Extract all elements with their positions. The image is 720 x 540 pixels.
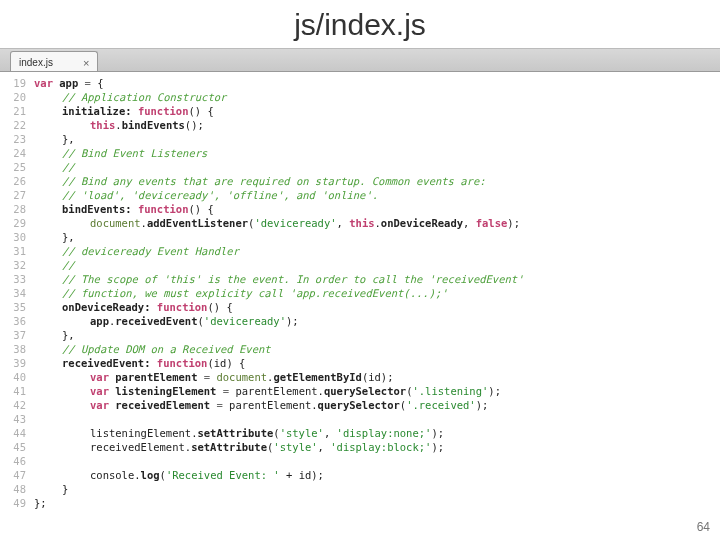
line-number: 46: [0, 454, 26, 468]
line-number: 27: [0, 188, 26, 202]
line-number: 36: [0, 314, 26, 328]
code-line: app.receivedEvent('deviceready');: [34, 314, 720, 328]
code-line: // 'load', 'deviceready', 'offline', and…: [34, 188, 720, 202]
code-line: }: [34, 482, 720, 496]
line-number: 40: [0, 370, 26, 384]
line-number: 31: [0, 244, 26, 258]
line-number: 32: [0, 258, 26, 272]
line-number: 28: [0, 202, 26, 216]
slide-number: 64: [697, 520, 710, 534]
code-line: // deviceready Event Handler: [34, 244, 720, 258]
code-line: listeningElement.setAttribute('style', '…: [34, 426, 720, 440]
code-line: onDeviceReady: function() {: [34, 300, 720, 314]
code-line: };: [34, 496, 720, 510]
code-line: // Bind any events that are required on …: [34, 174, 720, 188]
code-line: initialize: function() {: [34, 104, 720, 118]
tab-label: index.js: [19, 57, 53, 68]
line-number: 21: [0, 104, 26, 118]
line-number: 24: [0, 146, 26, 160]
line-number: 22: [0, 118, 26, 132]
line-number: 39: [0, 356, 26, 370]
code-area[interactable]: var app = {// Application Constructorini…: [34, 76, 720, 510]
page-title: js/index.js: [0, 0, 720, 48]
code-line: [34, 454, 720, 468]
file-tab[interactable]: index.js ×: [10, 51, 98, 71]
line-number: 49: [0, 496, 26, 510]
code-line: var parentElement = document.getElementB…: [34, 370, 720, 384]
code-line: document.addEventListener('deviceready',…: [34, 216, 720, 230]
code-line: var app = {: [34, 76, 720, 90]
code-line: },: [34, 328, 720, 342]
code-line: // Bind Event Listeners: [34, 146, 720, 160]
line-number: 29: [0, 216, 26, 230]
code-line: receivedEvent: function(id) {: [34, 356, 720, 370]
line-number: 45: [0, 440, 26, 454]
line-number-gutter: 1920212223242526272829303132333435363738…: [0, 76, 34, 510]
code-line: },: [34, 230, 720, 244]
code-line: bindEvents: function() {: [34, 202, 720, 216]
line-number: 44: [0, 426, 26, 440]
code-line: receivedElement.setAttribute('style', 'd…: [34, 440, 720, 454]
code-editor: 1920212223242526272829303132333435363738…: [0, 72, 720, 510]
line-number: 38: [0, 342, 26, 356]
code-line: //: [34, 160, 720, 174]
line-number: 20: [0, 90, 26, 104]
code-line: //: [34, 258, 720, 272]
line-number: 26: [0, 174, 26, 188]
line-number: 23: [0, 132, 26, 146]
line-number: 35: [0, 300, 26, 314]
code-line: var listeningElement = parentElement.que…: [34, 384, 720, 398]
line-number: 47: [0, 468, 26, 482]
code-line: console.log('Received Event: ' + id);: [34, 468, 720, 482]
close-icon[interactable]: ×: [83, 57, 89, 69]
line-number: 43: [0, 412, 26, 426]
line-number: 42: [0, 398, 26, 412]
code-line: // Application Constructor: [34, 90, 720, 104]
line-number: 41: [0, 384, 26, 398]
line-number: 30: [0, 230, 26, 244]
code-line: // The scope of 'this' is the event. In …: [34, 272, 720, 286]
code-line: this.bindEvents();: [34, 118, 720, 132]
code-line: [34, 412, 720, 426]
line-number: 48: [0, 482, 26, 496]
line-number: 37: [0, 328, 26, 342]
code-line: // Update DOM on a Received Event: [34, 342, 720, 356]
line-number: 19: [0, 76, 26, 90]
line-number: 33: [0, 272, 26, 286]
code-line: },: [34, 132, 720, 146]
editor-tab-bar: index.js ×: [0, 48, 720, 72]
code-line: // function, we must explicity call 'app…: [34, 286, 720, 300]
line-number: 25: [0, 160, 26, 174]
code-line: var receivedElement = parentElement.quer…: [34, 398, 720, 412]
line-number: 34: [0, 286, 26, 300]
